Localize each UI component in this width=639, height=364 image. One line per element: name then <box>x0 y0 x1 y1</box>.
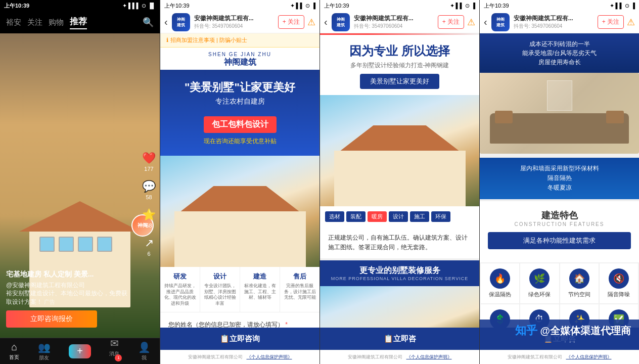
tag-assembly: 装配 <box>346 211 366 222</box>
follow-button-3[interactable]: + 关注 <box>438 15 464 29</box>
company-info-3: 神阁建筑 安徽神阁建筑工程有... 抖音号: 35497060604 <box>332 13 438 31</box>
battery-icon-2: ▐ <box>311 3 315 9</box>
house-windows <box>29 226 130 262</box>
form-group-name: 您的姓名（您的信息已加密，请放心填写） * <box>168 321 311 328</box>
nav-item-shop[interactable]: 购物 <box>49 18 64 27</box>
more-title-3: 更专业的别墅装修服务 <box>325 265 474 276</box>
back-button-4[interactable]: ‹ <box>484 16 487 28</box>
panel-tiktok-feed: 上午10:39 ✦ ▌▌▌ ⊙ ▐▌ 裕安 关注 购物 推荐 🔍 <box>0 0 160 364</box>
window-1 <box>39 237 55 252</box>
company-name-4: 安徽神阁建筑工程有... <box>514 14 573 23</box>
thermal-icon: 🔥 <box>490 268 510 289</box>
cta-button-1[interactable]: 立即咨询报价 <box>6 310 97 328</box>
signal-icon-2: ▌▌ <box>296 3 304 9</box>
feature-green: 🌿 绿色环保 <box>520 263 559 303</box>
privacy-link-4[interactable]: 《个人信息保护声明》 <box>566 354 612 360</box>
nav-home[interactable]: ⌂ 首页 <box>9 341 19 361</box>
feature-col-design[interactable]: 设计 专业设计团队，别墅、洋房按图纸精心设计经验丰富 <box>200 267 240 312</box>
package-label: 包工包料包设计 <box>204 116 277 133</box>
info-icon-2: ℹ <box>166 37 168 43</box>
villa-body-3 <box>334 151 466 206</box>
footer-3: 安徽神阁建筑工程有限公司 《个人信息保护声明》 <box>320 350 479 364</box>
feature-space: 🏠 节约空间 <box>560 263 599 303</box>
privacy-link-2[interactable]: 《个人信息保护声明》 <box>247 354 292 360</box>
detail-scroll-4[interactable]: 成本还不到砖混的一半 能承受地震/台风等恶劣天气 房屋使用寿命长 屋内和墙面采用… <box>480 33 639 328</box>
section-3-more: 建造精品别墅 <box>320 286 479 328</box>
panel-detail-4: 上午10:39 ✦ ▌▌ ⊙ ▐ ‹ 神阁建筑 安徽神阁建筑工程有... 抖音号… <box>479 0 639 364</box>
tag-warm: 暖房 <box>368 211 387 222</box>
video-area: 神阁 ❤️ 177 💬 58 ⭐ 68 ↗ 6 宅基地建房 私人定制 美景... <box>0 33 160 338</box>
detail-nav-3: ‹ 神阁建筑 安徽神阁建筑工程有... 抖音号: 35497060604 + 关… <box>320 11 479 33</box>
section-content-3: 正规建筑公司，自有施工队伍。确认建筑方案、设计施工图纸。签署正规合同，绝无套路。 <box>320 227 479 258</box>
status-icons-4: ✦ ▌▌ ⊙ ▐ <box>610 3 635 9</box>
status-icons-3: ✦ ▌▌ ⊙ ▐ <box>450 3 475 9</box>
headline-cta-btn-3[interactable]: 美景别墅让家更美好 <box>360 74 439 89</box>
wifi-icon-2: ⊙ <box>305 3 310 9</box>
status-icons-2: ✦ ▌▌ ⊙ ▐ <box>290 3 315 9</box>
company-name-2: 安徽神阁建筑工程有... <box>194 14 254 23</box>
bluetooth-icon: ✦ <box>122 3 127 9</box>
search-icon[interactable]: 🔍 <box>143 17 154 28</box>
warn-icon-4: ⚠ <box>627 17 635 28</box>
video-title: 宅基地建房 私人定制 美景... <box>6 270 129 279</box>
headline-section-3: 因为专业 所以选择 多年别墅设计经验倾力打造-神阁钢建 美景别墅让家更美好 <box>320 35 479 95</box>
like-button[interactable]: ❤️ 177 <box>142 152 156 172</box>
promo-text: 现在咨询还能享受优意补贴 <box>168 137 311 146</box>
status-bar-4: 上午10:39 ✦ ▌▌ ⊙ ▐ <box>480 0 639 11</box>
create-button[interactable]: + <box>69 344 91 358</box>
nav-messages[interactable]: ✉ 消息 1 <box>109 337 119 365</box>
back-button-3[interactable]: ‹ <box>324 16 328 28</box>
nav-item-follow[interactable]: 关注 <box>27 18 42 27</box>
nav-item-recommend[interactable]: 推荐 <box>70 16 87 29</box>
villa-body-2 <box>174 211 306 267</box>
signal-icon-3: ▌▌ <box>456 3 464 9</box>
profile-icon: 👤 <box>138 341 151 353</box>
house-roof <box>19 201 141 232</box>
window-3 <box>78 237 93 252</box>
hero-sub-2: 专注农村自建房 <box>168 97 311 106</box>
nav-friends[interactable]: 👥 朋友 <box>38 341 51 361</box>
comment-button[interactable]: 💬 58 <box>142 180 156 200</box>
wifi-icon-3: ⊙ <box>465 3 470 9</box>
friends-icon: 👥 <box>38 341 51 353</box>
bottom-cta-2[interactable]: 📋 立即咨询 <box>160 328 320 350</box>
side-actions: ❤️ 177 💬 58 ⭐ 68 ↗ 6 <box>142 152 156 257</box>
back-button-2[interactable]: ‹ <box>164 16 168 28</box>
status-time-3: 上午10:39 <box>324 2 349 10</box>
company-id-4: 抖音号: 35497060604 <box>514 23 573 30</box>
nav-item-yuans[interactable]: 裕安 <box>6 18 21 27</box>
detail-scroll-2[interactable]: SHEN GE JIAN ZHU 神阁建筑 "美景别墅"让家更美好 专注农村自建… <box>160 48 320 328</box>
collect-button[interactable]: ⭐ 68 <box>142 208 156 229</box>
villa-house-3 <box>334 125 466 206</box>
features-grid-2: 研发 持续产品研发，推进产品品质化、现代化的改进和升级 设计 专业设计团队，别墅… <box>160 267 320 312</box>
construction-section: 建造特色 CONSTRUCTION FEATURES 满足各种功能性建筑需求 <box>480 201 639 262</box>
company-id-2: 抖音号: 35497060604 <box>194 23 254 30</box>
nav-profile[interactable]: 👤 我 <box>138 341 151 361</box>
feature-col-service[interactable]: 售后 完善的售后服务，设计施工后无忧、无限可能 <box>280 267 320 312</box>
detail-nav-4: ‹ 神阁建筑 安徽神阁建筑工程有... 抖音号: 35497060604 + 关… <box>480 11 639 33</box>
brand-logo-area: SHEN GE JIAN ZHU 神阁建筑 <box>160 48 320 70</box>
detail-scroll-3[interactable]: 因为专业 所以选择 多年别墅设计经验倾力打造-神阁钢建 美景别墅让家更美好 选材… <box>320 35 479 328</box>
bottom-nav: ⌂ 首页 👥 朋友 + ✉ 消息 1 👤 我 <box>0 338 160 364</box>
signal-icon-4: ▌▌ <box>616 3 624 9</box>
construction-cta[interactable]: 满足各种功能性建筑需求 <box>488 232 631 249</box>
status-time-1: 上午10:39 <box>4 2 29 10</box>
privacy-link-3[interactable]: 《个人信息保护声明》 <box>406 354 452 360</box>
bt-icon-4: ✦ <box>610 3 614 9</box>
follow-button-4[interactable]: + 关注 <box>598 15 624 29</box>
tag-material: 选材 <box>325 211 344 222</box>
battery-icon: ▐▌ <box>148 3 156 9</box>
bottom-cta-3[interactable]: 📋 立即咨 <box>320 328 479 350</box>
sound-icon: 🔇 <box>609 268 629 289</box>
company-logo-4: 神阁建筑 <box>491 13 510 31</box>
feature-col-build[interactable]: 建造 标准化建造，有施工、工程、主材、辅材等 <box>240 267 280 312</box>
brand-sub: SHEN GE JIAN ZHU <box>160 52 320 57</box>
headline-3: 因为专业 所以选择 <box>320 35 479 61</box>
share-button[interactable]: ↗ 6 <box>145 237 154 257</box>
feature-tags-3: 选材 装配 暖房 设计 施工 环保 <box>320 206 479 227</box>
feature-col-research[interactable]: 研发 持续产品研发，推进产品品质化、现代化的改进和升级 <box>160 267 200 312</box>
construction-sub: CONSTRUCTION FEATURES <box>488 221 631 227</box>
detail-nav-2: ‹ 神阁建筑 安徽神阁建筑工程有... 抖音号: 35497060604 + 关… <box>160 11 320 33</box>
more-services-3: 更专业的别墅装修服务 MORE PROFESSIONAL VILLA DECOR… <box>320 260 479 286</box>
follow-button-2[interactable]: + 关注 <box>278 15 304 29</box>
